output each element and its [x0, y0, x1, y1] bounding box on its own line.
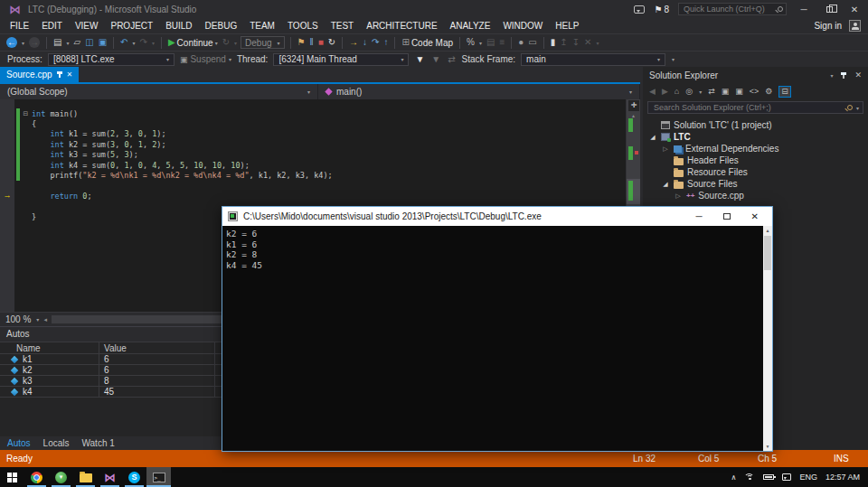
solution-search-input[interactable]: [652, 102, 844, 113]
quick-launch[interactable]: [678, 3, 787, 15]
restart-app-icon[interactable]: ↻: [222, 38, 231, 47]
autos-col-name[interactable]: Name: [0, 342, 99, 353]
member-dropdown[interactable]: main() ▾: [318, 84, 640, 99]
stack-frame-combo[interactable]: main▾: [521, 53, 665, 66]
pin-icon[interactable]: [59, 71, 61, 78]
flag-filter-button[interactable]: ▼: [430, 55, 441, 64]
file-explorer-app[interactable]: [73, 467, 98, 487]
console-close-button[interactable]: ✕: [751, 211, 759, 221]
menu-project[interactable]: PROJECT: [104, 21, 159, 31]
code-line[interactable]: [0, 181, 626, 191]
scroll-left-icon[interactable]: ◂: [43, 316, 47, 323]
notifications-button[interactable]: ⚑ 8: [654, 5, 669, 14]
menu-build[interactable]: BUILD: [159, 21, 198, 31]
visual-studio-app[interactable]: ⋈: [98, 467, 122, 487]
view-code-icon[interactable]: <>: [750, 88, 760, 96]
code-line[interactable]: ⊟int main(): [0, 108, 626, 118]
immediate-window-icon[interactable]: ▭: [527, 38, 537, 47]
menu-test[interactable]: TEST: [325, 21, 361, 31]
menu-view[interactable]: VIEW: [69, 21, 105, 31]
new-file-menu[interactable]: ▾: [66, 40, 69, 46]
scrollbar-map-icon[interactable]: ✛: [628, 100, 639, 111]
autos-name-cell[interactable]: k1: [0, 354, 99, 364]
code-line[interactable]: int k4 = sum(0, 1, 0, 4, 5, 5, 10, 10, 1…: [0, 160, 626, 170]
code-line[interactable]: int k3 = sum(5, 3);: [0, 150, 626, 160]
save-all-icon[interactable]: ▣: [98, 38, 108, 47]
step-out-icon[interactable]: ↑: [382, 38, 389, 47]
diagnostics-icon[interactable]: %: [466, 38, 476, 47]
undo-icon[interactable]: ↶: [119, 38, 128, 47]
chrome-app[interactable]: [24, 467, 49, 487]
scroll-down-icon[interactable]: ▼: [763, 444, 772, 449]
autos-name-cell[interactable]: k3: [0, 376, 99, 386]
show-all-files-icon[interactable]: ▣: [722, 88, 730, 96]
tree-item-external-dependencies[interactable]: ▷External Dependencies: [643, 143, 868, 155]
tree-item-solution-ltc-1-project[interactable]: Solution 'LTC' (1 project): [643, 119, 868, 131]
console-window[interactable]: C:\Users\Mido\documents\visual studio 20…: [222, 206, 773, 452]
console-scrollbar[interactable]: ▲ ▼: [763, 226, 772, 451]
menu-debug[interactable]: DEBUG: [199, 21, 244, 31]
restart-debugging-icon[interactable]: ↻: [327, 38, 336, 47]
tree-item-source-cpp[interactable]: ▷++Source.cpp: [643, 190, 868, 201]
toggle-bookmark-icon[interactable]: ▮: [550, 38, 557, 47]
diagnostics-menu[interactable]: ▾: [479, 40, 482, 46]
redo-icon[interactable]: ↷: [139, 38, 148, 47]
debug-config-select[interactable]: Debug▾: [241, 36, 284, 49]
clock[interactable]: 12:57 AM: [826, 473, 860, 482]
previous-bookmark-icon[interactable]: ↥: [559, 38, 568, 47]
open-file-icon[interactable]: ▱: [72, 38, 81, 47]
thread-combo[interactable]: [6324] Main Thread▾: [273, 53, 409, 66]
stop-debugging-icon[interactable]: ■: [317, 38, 325, 47]
toolbar-options-caret[interactable]: ▾: [672, 56, 675, 62]
autos-value-cell[interactable]: 45: [99, 387, 215, 397]
navigate-back-icon[interactable]: ◀: [649, 88, 656, 96]
navigate-forward-icon[interactable]: →: [28, 37, 41, 48]
collapse-all-icon[interactable]: ⊟: [778, 86, 791, 98]
language-indicator[interactable]: ENG: [799, 473, 817, 482]
menu-file[interactable]: FILE: [4, 21, 35, 31]
navigate-backward-icon[interactable]: ←: [5, 37, 18, 48]
menu-edit[interactable]: EDIT: [35, 21, 69, 31]
solution-explorer-search[interactable]: ▾: [647, 101, 863, 114]
tree-item-source-files[interactable]: ◢Source Files: [643, 178, 868, 190]
pending-changes-filter-icon[interactable]: ◎: [685, 88, 693, 96]
restart-app-menu[interactable]: ▾: [234, 40, 237, 46]
download-manager-app[interactable]: ▾: [49, 467, 73, 487]
breakpoints-window-icon[interactable]: ●: [517, 38, 524, 47]
clear-bookmarks-icon[interactable]: ✕: [583, 38, 592, 47]
show-threads-flag-icon[interactable]: ⚑: [297, 38, 307, 47]
menu-window[interactable]: WINDOW: [496, 21, 549, 31]
battery-icon[interactable]: [763, 474, 774, 480]
close-button[interactable]: ✕: [846, 5, 863, 14]
code-line[interactable]: printf("k2 = %d\nk1 = %d\nk2 = %d\nk4 = …: [0, 170, 626, 180]
save-icon[interactable]: ◫: [84, 38, 94, 47]
suspend-button[interactable]: ▣Suspend▾: [180, 54, 231, 64]
code-line[interactable]: int k1 = sum(2, 3, 0, 1);: [0, 129, 626, 139]
suspend-threads-button[interactable]: ⇄: [447, 55, 456, 64]
tree-expand-icon[interactable]: ◢: [648, 134, 657, 141]
tree-item-header-files[interactable]: Header Files: [643, 155, 868, 166]
tool-tab-autos[interactable]: Autos: [7, 438, 31, 448]
console-minimize-button[interactable]: ─: [696, 211, 703, 221]
break-all-icon[interactable]: ‖: [309, 38, 315, 47]
minimize-button[interactable]: ─: [796, 5, 812, 14]
code-map-button[interactable]: ⊞Code Map: [401, 38, 454, 48]
redo-menu[interactable]: ▾: [152, 40, 155, 46]
column-indicator[interactable]: Col 5: [698, 450, 719, 467]
close-panel-icon[interactable]: ✕: [854, 70, 862, 80]
tree-expand-icon[interactable]: ▷: [674, 192, 683, 200]
preview-selected-items-icon[interactable]: ▣: [735, 88, 743, 96]
menu-analyze[interactable]: ANALYZE: [444, 21, 497, 31]
fold-collapse-icon[interactable]: ⊟: [20, 110, 32, 117]
navigate-backward-menu[interactable]: ▾: [22, 40, 24, 46]
line-indicator[interactable]: Ln 32: [633, 450, 656, 467]
menu-help[interactable]: HELP: [549, 21, 585, 31]
code-line[interactable]: {: [0, 118, 626, 128]
navigate-forward-icon[interactable]: ▶: [662, 88, 668, 96]
feedback-icon[interactable]: [634, 5, 645, 14]
window-position-icon[interactable]: ▾: [830, 72, 833, 79]
step-into-icon[interactable]: ↓: [362, 38, 368, 47]
auto-hide-pin-icon[interactable]: [843, 72, 844, 79]
bookmarks-menu[interactable]: ▾: [596, 40, 599, 46]
skype-app[interactable]: S: [122, 467, 146, 487]
